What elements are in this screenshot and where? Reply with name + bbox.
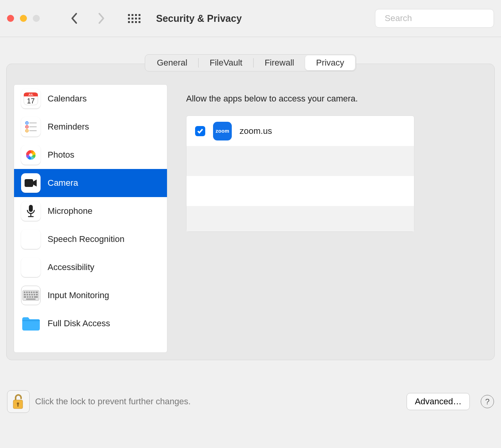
sidebar-item-calendars[interactable]: JUL 17 Calendars bbox=[14, 85, 167, 113]
show-all-preferences-button[interactable] bbox=[128, 12, 140, 25]
svg-rect-59 bbox=[18, 404, 19, 407]
app-row-empty bbox=[187, 146, 414, 176]
svg-rect-42 bbox=[33, 292, 35, 293]
svg-text:JUL: JUL bbox=[28, 93, 34, 96]
camera-icon bbox=[21, 173, 41, 193]
svg-rect-45 bbox=[27, 294, 28, 295]
svg-rect-40 bbox=[28, 292, 30, 293]
advanced-button[interactable]: Advanced… bbox=[407, 393, 470, 410]
footer: Click the lock to prevent further change… bbox=[7, 390, 494, 413]
sidebar-item-label: Microphone bbox=[48, 206, 92, 216]
minimize-window-button[interactable] bbox=[20, 15, 27, 22]
privacy-sidebar[interactable]: JUL 17 Calendars Re bbox=[14, 84, 167, 353]
svg-rect-47 bbox=[31, 294, 33, 295]
svg-rect-53 bbox=[32, 296, 33, 298]
keyboard-icon bbox=[21, 286, 41, 305]
svg-rect-48 bbox=[34, 294, 35, 295]
search-field-wrapper[interactable] bbox=[375, 9, 494, 28]
sidebar-item-camera[interactable]: Camera bbox=[14, 169, 167, 197]
help-button[interactable]: ? bbox=[481, 395, 494, 408]
unlock-icon bbox=[11, 393, 26, 410]
svg-rect-54 bbox=[34, 296, 38, 298]
detail-heading: Allow the apps below to access your came… bbox=[186, 94, 481, 104]
app-permission-list: zoom zoom.us bbox=[186, 116, 414, 232]
app-name-label: zoom.us bbox=[240, 126, 272, 136]
sidebar-item-label: Photos bbox=[48, 150, 75, 160]
sidebar-item-input-monitoring[interactable]: Input Monitoring bbox=[14, 281, 167, 309]
privacy-panel: JUL 17 Calendars Re bbox=[6, 64, 495, 360]
zoom-app-icon: zoom bbox=[213, 122, 232, 140]
svg-point-36 bbox=[30, 262, 32, 265]
svg-point-14 bbox=[27, 130, 28, 132]
accessibility-icon bbox=[21, 258, 41, 277]
sidebar-item-microphone[interactable]: Microphone bbox=[14, 197, 167, 225]
lock-hint-text: Click the lock to prevent further change… bbox=[35, 396, 401, 407]
tab-privacy[interactable]: Privacy bbox=[305, 55, 355, 70]
lock-button[interactable] bbox=[7, 390, 30, 413]
svg-rect-49 bbox=[36, 294, 38, 295]
svg-rect-41 bbox=[31, 292, 32, 293]
microphone-icon bbox=[21, 201, 41, 221]
app-row-empty bbox=[187, 206, 414, 231]
svg-rect-24 bbox=[25, 179, 33, 187]
sidebar-item-label: Input Monitoring bbox=[48, 290, 109, 300]
svg-rect-46 bbox=[29, 294, 30, 295]
detail-panel: Allow the apps below to access your came… bbox=[174, 84, 487, 353]
forward-button[interactable] bbox=[98, 12, 105, 25]
reminders-icon bbox=[21, 117, 41, 137]
folder-icon bbox=[21, 314, 41, 333]
svg-rect-50 bbox=[24, 296, 26, 298]
svg-rect-39 bbox=[26, 292, 28, 293]
nav-arrows bbox=[71, 12, 105, 25]
sidebar-item-label: Camera bbox=[48, 178, 78, 188]
tab-segmented-control: General FileVault Firewall Privacy bbox=[145, 54, 356, 71]
svg-point-8 bbox=[27, 123, 28, 124]
svg-rect-38 bbox=[24, 292, 25, 293]
svg-rect-43 bbox=[36, 292, 38, 293]
sidebar-item-photos[interactable]: Photos bbox=[14, 141, 167, 169]
sidebar-item-label: Full Disk Access bbox=[48, 318, 110, 329]
tab-general[interactable]: General bbox=[146, 55, 198, 70]
window-title: Security & Privacy bbox=[156, 13, 371, 24]
sidebar-item-label: Speech Recognition bbox=[48, 234, 124, 244]
toolbar: Security & Privacy bbox=[0, 0, 501, 37]
app-row-zoom[interactable]: zoom zoom.us bbox=[187, 116, 414, 146]
svg-rect-44 bbox=[24, 294, 26, 295]
svg-point-11 bbox=[27, 126, 28, 128]
sidebar-item-reminders[interactable]: Reminders bbox=[14, 113, 167, 141]
sidebar-item-label: Accessibility bbox=[48, 262, 94, 272]
sidebar-item-full-disk-access[interactable]: Full Disk Access bbox=[14, 309, 167, 338]
search-input[interactable] bbox=[385, 13, 492, 23]
tab-firewall[interactable]: Firewall bbox=[254, 55, 305, 70]
photos-icon bbox=[21, 145, 41, 165]
sidebar-item-label: Calendars bbox=[48, 94, 87, 104]
sidebar-item-accessibility[interactable]: Accessibility bbox=[14, 253, 167, 281]
sidebar-item-speech-recognition[interactable]: Speech Recognition bbox=[14, 225, 167, 253]
sidebar-item-label: Reminders bbox=[48, 122, 89, 132]
svg-rect-55 bbox=[26, 299, 36, 300]
app-row-empty bbox=[187, 176, 414, 206]
speech-icon bbox=[21, 229, 41, 249]
traffic-lights bbox=[7, 15, 40, 22]
svg-rect-52 bbox=[29, 296, 31, 298]
close-window-button[interactable] bbox=[7, 15, 14, 22]
svg-rect-56 bbox=[22, 320, 40, 321]
check-icon bbox=[197, 128, 204, 135]
svg-rect-25 bbox=[29, 205, 33, 212]
tab-filevault[interactable]: FileVault bbox=[199, 55, 253, 70]
maximize-window-button[interactable] bbox=[33, 15, 40, 22]
app-checkbox[interactable] bbox=[195, 126, 205, 136]
back-button[interactable] bbox=[71, 12, 78, 25]
svg-rect-51 bbox=[27, 296, 28, 298]
svg-text:17: 17 bbox=[27, 97, 35, 105]
calendar-icon: JUL 17 bbox=[21, 89, 41, 108]
